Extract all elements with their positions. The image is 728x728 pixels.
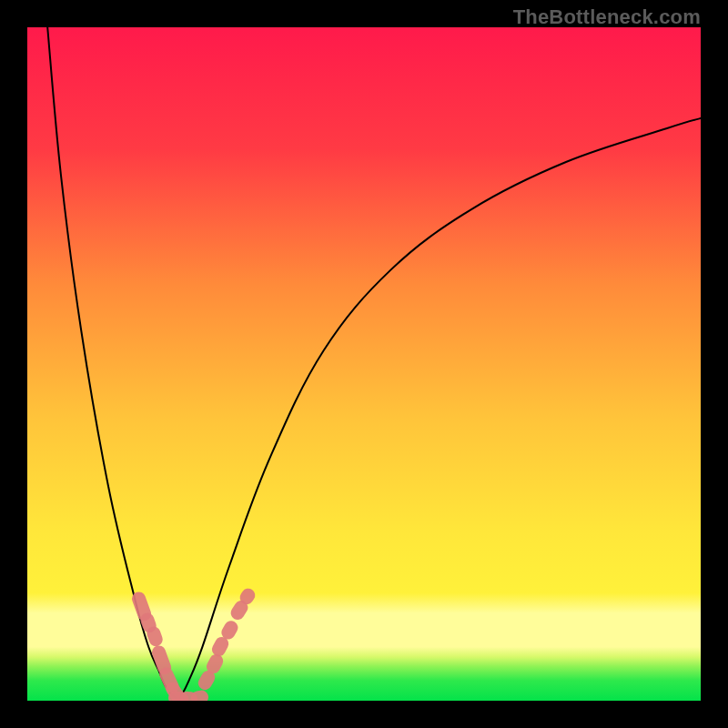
plot-area [27, 27, 701, 701]
data-point-capsule [190, 689, 209, 701]
data-point-markers [27, 27, 701, 701]
chart-frame: TheBottleneck.com [0, 0, 728, 728]
watermark-text: TheBottleneck.com [513, 5, 701, 29]
